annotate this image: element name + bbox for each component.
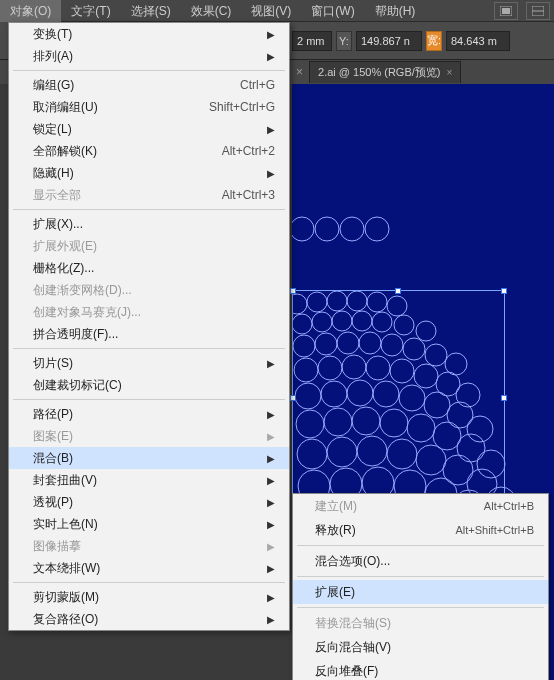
chevron-right-icon: ▶ xyxy=(267,453,275,464)
menu-transform[interactable]: 变换(T)▶ xyxy=(9,23,289,45)
selection-box xyxy=(292,290,505,504)
chevron-right-icon: ▶ xyxy=(267,614,275,625)
menu-window[interactable]: 窗口(W) xyxy=(301,0,364,22)
menu-pattern: 图案(E)▶ xyxy=(9,425,289,447)
blend-submenu: 建立(M)Alt+Ctrl+B 释放(R)Alt+Shift+Ctrl+B 混合… xyxy=(292,493,549,680)
menu-group[interactable]: 编组(G)Ctrl+G xyxy=(9,74,289,96)
menu-gradientmesh: 创建渐变网格(D)... xyxy=(9,279,289,301)
submenu-expand[interactable]: 扩展(E) xyxy=(293,580,548,604)
menu-blend[interactable]: 混合(B)▶ xyxy=(9,447,289,469)
submenu-release[interactable]: 释放(R)Alt+Shift+Ctrl+B xyxy=(293,518,548,542)
menu-arrange[interactable]: 排列(A)▶ xyxy=(9,45,289,67)
chevron-right-icon: ▶ xyxy=(267,497,275,508)
svg-point-7 xyxy=(365,217,389,241)
y-field[interactable]: 149.867 n xyxy=(356,31,422,51)
chevron-right-icon: ▶ xyxy=(267,431,275,442)
object-menu-dropdown: 变换(T)▶ 排列(A)▶ 编组(G)Ctrl+G 取消编组(U)Shift+C… xyxy=(8,22,290,631)
menu-help[interactable]: 帮助(H) xyxy=(365,0,426,22)
tab-close-prev[interactable]: × xyxy=(296,65,303,79)
chevron-right-icon: ▶ xyxy=(267,475,275,486)
menu-imagetrace: 图像描摹▶ xyxy=(9,535,289,557)
toolbar-icon-2[interactable] xyxy=(526,2,550,20)
tab-label: 2.ai @ 150% (RGB/预览) xyxy=(318,65,440,80)
menu-rasterize[interactable]: 栅格化(Z)... xyxy=(9,257,289,279)
menu-effect[interactable]: 效果(C) xyxy=(181,0,242,22)
menu-showall: 显示全部Alt+Ctrl+3 xyxy=(9,184,289,206)
menu-textwrap[interactable]: 文本绕排(W)▶ xyxy=(9,557,289,579)
menu-view[interactable]: 视图(V) xyxy=(241,0,301,22)
chevron-right-icon: ▶ xyxy=(267,358,275,369)
menu-object[interactable]: 对象(O) xyxy=(0,0,61,22)
menu-lock[interactable]: 锁定(L)▶ xyxy=(9,118,289,140)
toolbar-icon-1[interactable] xyxy=(494,2,518,20)
menu-expand[interactable]: 扩展(X)... xyxy=(9,213,289,235)
svg-point-4 xyxy=(292,217,314,241)
x-field[interactable]: 2 mm xyxy=(292,31,332,51)
tab-close-icon[interactable]: × xyxy=(446,67,452,78)
menubar: 对象(O) 文字(T) 选择(S) 效果(C) 视图(V) 窗口(W) 帮助(H… xyxy=(0,0,554,22)
menu-type[interactable]: 文字(T) xyxy=(61,0,120,22)
menu-expandappearance: 扩展外观(E) xyxy=(9,235,289,257)
w-label: 宽: xyxy=(426,31,442,51)
menu-clipmask[interactable]: 剪切蒙版(M)▶ xyxy=(9,586,289,608)
menu-hide[interactable]: 隐藏(H)▶ xyxy=(9,162,289,184)
menu-path[interactable]: 路径(P)▶ xyxy=(9,403,289,425)
chevron-right-icon: ▶ xyxy=(267,519,275,530)
menu-mosaic: 创建对象马赛克(J)... xyxy=(9,301,289,323)
y-label: Y: xyxy=(336,31,352,51)
menu-perspective[interactable]: 透视(P)▶ xyxy=(9,491,289,513)
submenu-reversefb[interactable]: 反向堆叠(F) xyxy=(293,659,548,680)
svg-rect-1 xyxy=(502,8,510,14)
chevron-right-icon: ▶ xyxy=(267,29,275,40)
chevron-right-icon: ▶ xyxy=(267,592,275,603)
chevron-right-icon: ▶ xyxy=(267,541,275,552)
w-field[interactable]: 84.643 m xyxy=(446,31,510,51)
submenu-make: 建立(M)Alt+Ctrl+B xyxy=(293,494,548,518)
menu-slice[interactable]: 切片(S)▶ xyxy=(9,352,289,374)
menu-select[interactable]: 选择(S) xyxy=(121,0,181,22)
menu-compound[interactable]: 复合路径(O)▶ xyxy=(9,608,289,630)
submenu-replacespine: 替换混合轴(S) xyxy=(293,611,548,635)
document-tab-active[interactable]: 2.ai @ 150% (RGB/预览) × xyxy=(309,61,461,83)
chevron-right-icon: ▶ xyxy=(267,168,275,179)
menu-livepaint[interactable]: 实时上色(N)▶ xyxy=(9,513,289,535)
chevron-right-icon: ▶ xyxy=(267,124,275,135)
menu-envelope[interactable]: 封套扭曲(V)▶ xyxy=(9,469,289,491)
submenu-options[interactable]: 混合选项(O)... xyxy=(293,549,548,573)
submenu-reversespine[interactable]: 反向混合轴(V) xyxy=(293,635,548,659)
svg-point-5 xyxy=(315,217,339,241)
chevron-right-icon: ▶ xyxy=(267,409,275,420)
svg-point-6 xyxy=(340,217,364,241)
menu-ungroup[interactable]: 取消编组(U)Shift+Ctrl+G xyxy=(9,96,289,118)
chevron-right-icon: ▶ xyxy=(267,563,275,574)
menu-flatten[interactable]: 拼合透明度(F)... xyxy=(9,323,289,345)
menu-trimmarks[interactable]: 创建裁切标记(C) xyxy=(9,374,289,396)
menu-unlockall[interactable]: 全部解锁(K)Alt+Ctrl+2 xyxy=(9,140,289,162)
chevron-right-icon: ▶ xyxy=(267,51,275,62)
